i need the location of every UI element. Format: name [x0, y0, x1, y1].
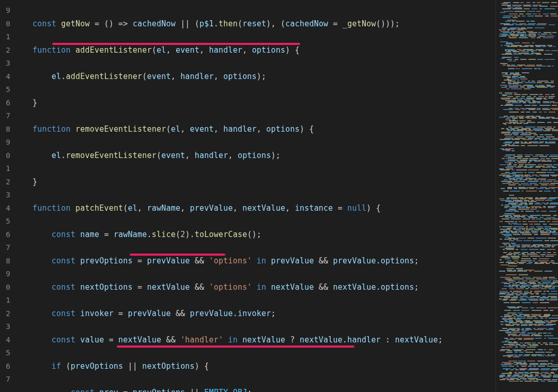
code-line[interactable]: function addEventListener(el, event, han…: [13, 44, 443, 57]
code-line[interactable]: function patchEvent(el, rawName, prevVal…: [13, 202, 443, 215]
line-number: 5: [0, 215, 10, 228]
line-number: 6: [0, 360, 10, 373]
line-number: 1: [0, 30, 10, 44]
line-gutter: 9 0 1 2 3 4 5 6 7 8 9 0 1 2 3 4 5 6 7 8 …: [0, 0, 10, 386]
line-number: 2: [0, 176, 10, 189]
code-line[interactable]: const prev = prevOptions || EMPTY_OBJ;: [13, 386, 443, 393]
line-number: 0: [0, 18, 10, 31]
code-line[interactable]: const value = nextValue && 'handler' in …: [13, 334, 443, 347]
line-number: 7: [0, 109, 10, 123]
line-number: 2: [0, 307, 10, 321]
code-editor: 9 0 1 2 3 4 5 6 7 8 9 0 1 2 3 4 5 6 7 8 …: [0, 0, 558, 392]
line-number: 8: [0, 123, 10, 136]
line-number: 3: [0, 320, 10, 334]
code-line[interactable]: }: [13, 97, 443, 110]
code-line[interactable]: const name = rawName.slice(2).toLowerCas…: [13, 228, 443, 242]
line-number: 3: [0, 189, 10, 202]
line-number: 3: [0, 57, 10, 70]
annotation-underline: [117, 346, 354, 348]
code-line[interactable]: if (prevOptions || nextOptions) {: [13, 360, 443, 373]
line-number: 0: [0, 149, 10, 163]
line-number: 9: [0, 268, 10, 281]
code-line[interactable]: const invoker = prevValue && prevValue.i…: [13, 307, 443, 321]
code-line[interactable]: el.addEventListener(event, handler, opti…: [13, 70, 443, 84]
line-number: 6: [0, 228, 10, 242]
line-number: 9: [0, 4, 10, 18]
code-area[interactable]: 9 0 1 2 3 4 5 6 7 8 9 0 1 2 3 4 5 6 7 8 …: [0, 0, 495, 392]
code-line[interactable]: el.removeEventListener(event, handler, o…: [13, 149, 443, 163]
annotation-underline: [130, 254, 225, 256]
line-number: 0: [0, 281, 10, 294]
code-line[interactable]: const getNow = () => cachedNow || (p$1.t…: [13, 18, 443, 31]
line-number: 5: [0, 347, 10, 360]
line-number: 4: [0, 202, 10, 215]
line-number: 7: [0, 373, 10, 386]
code-line[interactable]: const nextOptions = nextValue && 'option…: [13, 281, 443, 294]
annotation-underline: [52, 43, 300, 45]
line-number: 1: [0, 162, 10, 176]
line-number: 2: [0, 44, 10, 57]
line-number: 8: [0, 255, 10, 268]
line-number: 1: [0, 294, 10, 307]
minimap[interactable]: // will be populated below after JSON pa…: [495, 0, 558, 392]
line-number: 4: [0, 334, 10, 347]
code-line[interactable]: const prevOptions = prevValue && 'option…: [13, 255, 443, 268]
code-lines[interactable]: const getNow = () => cachedNow || (p$1.t…: [13, 0, 443, 392]
line-number: 6: [0, 97, 10, 110]
line-number: 9: [0, 136, 10, 149]
line-number: 7: [0, 241, 10, 255]
code-line[interactable]: }: [13, 176, 443, 189]
line-number: 5: [0, 83, 10, 97]
code-line[interactable]: function removeEventListener(el, event, …: [13, 123, 443, 136]
line-number: 4: [0, 70, 10, 84]
